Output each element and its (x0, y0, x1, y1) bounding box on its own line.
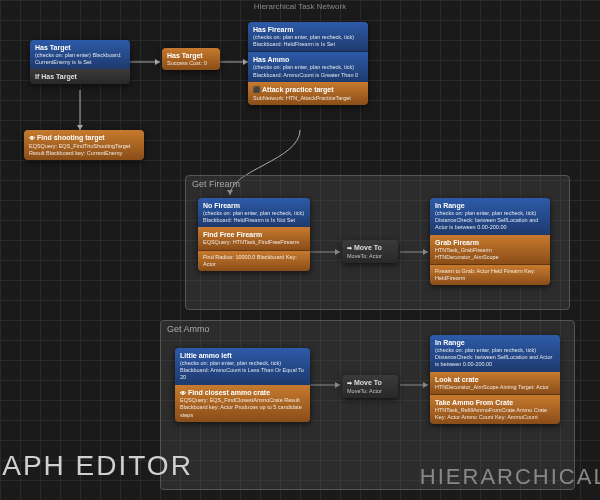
node-title: Move To (354, 244, 382, 251)
take-ammo-sub: HTNTask_RefillAmmoFromCrate Ammo Crate K… (435, 407, 555, 421)
node-firearm-attack-stack[interactable]: Has Firearm (checks on: plan enter, plan… (248, 22, 368, 105)
in-range-title: In Range (435, 338, 555, 347)
has-ammo-title: Has Ammo (253, 55, 363, 64)
network-icon: ⬛ (253, 87, 260, 95)
eye-icon: 👁 (180, 390, 186, 398)
node-title: Find shooting target (37, 134, 105, 141)
grab-sub1: HTNTask_GrabFirearm HTNDecorator_AimScop… (435, 247, 545, 261)
has-ammo-sub: (checks on: plan enter, plan recheck, ti… (253, 64, 363, 78)
node-if-label: If Has Target (35, 72, 125, 81)
group-label: Get Ammo (167, 324, 210, 334)
node-in-range-firearm[interactable]: In Range (checks on: plan enter, plan re… (430, 198, 550, 285)
node-no-firearm[interactable]: No Firearm (checks on: plan enter, plan … (198, 198, 310, 271)
find-free-sub2: Find Radius: 10000.0 Blackboard Key: Act… (203, 254, 305, 268)
attack-title: Attack practice target (262, 86, 334, 93)
svg-marker-0 (155, 59, 160, 65)
node-in-range-ammo[interactable]: In Range (checks on: plan enter, plan re… (430, 335, 560, 424)
node-sub: (checks on: plan enter, plan recheck, ti… (203, 210, 305, 224)
node-sub: EQSQuery: EQS_FindTrioShootingTarget Res… (29, 143, 139, 157)
in-range-sub: (checks on: plan enter, plan recheck, ti… (435, 347, 555, 368)
find-free-sub1: EQSQuery: HTNTask_FindFreeFirearm (203, 239, 305, 246)
node-title: Move To (354, 379, 382, 386)
node-title: Has Target (167, 51, 215, 60)
look-crate-sub: HTNDecorator_AimScope Aiming Target: Act… (435, 384, 555, 391)
group-label: Get Firearm (192, 179, 240, 189)
node-sub: MoveTo: Actor (347, 388, 393, 395)
little-ammo-sub: (checks on: plan enter, plan recheck, ti… (180, 360, 305, 381)
editor-title-overlay: RAPH EDITOR (0, 450, 193, 482)
node-title: Has Target (35, 43, 125, 52)
in-range-sub: (checks on: plan enter, plan recheck, ti… (435, 210, 545, 231)
node-find-shooting-target[interactable]: 👁Find shooting target EQSQuery: EQS_Find… (24, 130, 144, 160)
node-has-target-selector[interactable]: Has Target Success Cost: 0 (162, 48, 220, 70)
node-has-target-root[interactable]: Has Target (checks on: plan enter) Black… (30, 40, 130, 84)
grab-sub2: Firearm to Grab: Actor Held Firearm Key:… (435, 268, 545, 282)
htn-title-overlay: HIERARCHICAL T (420, 464, 600, 490)
find-crate-sub: EQSQuery: EQS_FindClosestAmmoCrate Resul… (180, 397, 305, 418)
arrow-right-icon: ➡ (347, 380, 352, 388)
grab-title: Grab Firearm (435, 238, 545, 247)
node-sub: (checks on: plan enter) Blackboard: Curr… (35, 52, 125, 66)
node-move-to-firearm[interactable]: ➡Move To MoveTo: Actor (342, 240, 398, 263)
find-crate-title: Find closest ammo crate (188, 389, 270, 396)
has-firearm-title: Has Firearm (253, 25, 363, 34)
has-firearm-sub: (checks on: plan enter, plan recheck, ti… (253, 34, 363, 48)
eye-icon: 👁 (29, 135, 35, 143)
node-sub: Success Cost: 0 (167, 60, 215, 67)
attack-sub: SubNetwork: HTN_AttackPracticeTarget (253, 95, 363, 102)
node-move-to-ammo[interactable]: ➡Move To MoveTo: Actor (342, 375, 398, 398)
look-crate-title: Look at crate (435, 375, 555, 384)
little-ammo-title: Little ammo left (180, 351, 305, 360)
graph-canvas[interactable]: Has Target (checks on: plan enter) Black… (0, 0, 600, 500)
node-sub: MoveTo: Actor (347, 253, 393, 260)
find-free-title: Find Free Firearm (203, 230, 305, 239)
node-title: No Firearm (203, 201, 305, 210)
node-little-ammo[interactable]: Little ammo left (checks on: plan enter,… (175, 348, 310, 422)
take-ammo-title: Take Ammo From Crate (435, 398, 555, 407)
arrow-right-icon: ➡ (347, 245, 352, 253)
in-range-title: In Range (435, 201, 545, 210)
